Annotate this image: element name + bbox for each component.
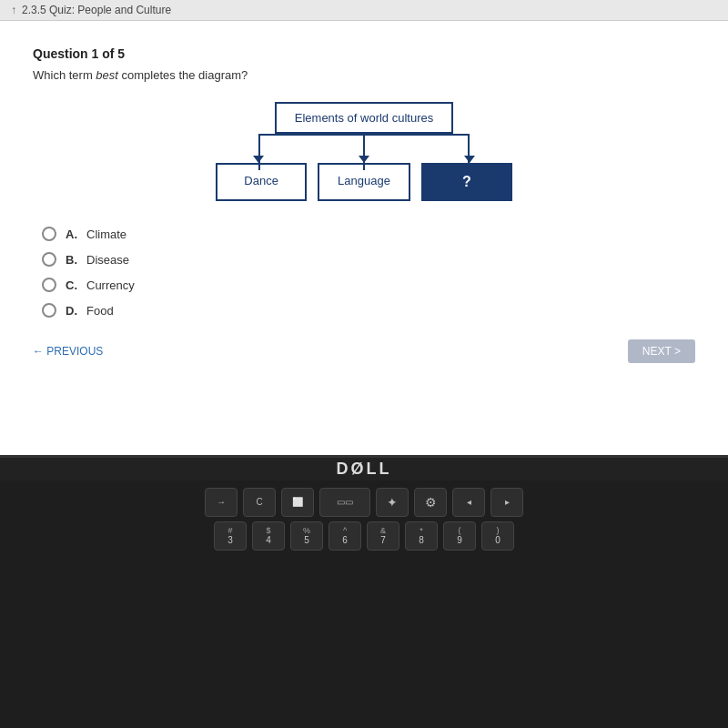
text-d: Food	[86, 304, 114, 318]
diagram-arrows	[218, 150, 510, 163]
text-a: Climate	[86, 228, 126, 241]
text-c: Currency	[86, 278, 135, 292]
next-button[interactable]: NEXT >	[628, 339, 695, 363]
quiz-content: Question 1 of 5 Which term best complete…	[0, 21, 728, 464]
option-b[interactable]: B. Disease	[42, 252, 695, 267]
radio-d[interactable]	[42, 303, 56, 318]
keyboard-row-1: → C ⬜ ▭▭ ✦ ⚙ ◂ ▸	[18, 488, 710, 517]
back-icon: ↑	[11, 4, 16, 16]
question-text-italic: best	[96, 68, 118, 82]
key-gear[interactable]: ⚙	[414, 488, 447, 517]
key-4[interactable]: $4	[252, 521, 285, 551]
laptop-brand-bar: DØLL	[0, 455, 728, 480]
diagram-box-question: ?	[421, 163, 512, 201]
letter-a: A.	[66, 228, 77, 241]
radio-b[interactable]	[42, 252, 56, 267]
radio-a[interactable]	[42, 227, 56, 241]
key-7[interactable]: &7	[367, 521, 399, 551]
letter-c: C.	[66, 278, 77, 292]
option-d[interactable]: D. Food	[42, 303, 695, 318]
answer-options: A. Climate B. Disease C. Currency D. Foo…	[42, 227, 695, 318]
letter-d: D.	[66, 304, 77, 318]
key-9[interactable]: (9	[443, 521, 476, 551]
keyboard-area: → C ⬜ ▭▭ ✦ ⚙ ◂ ▸ #3 $4 %5 ^6 &7 *8 (9 )0	[0, 480, 728, 728]
key-c[interactable]: C	[243, 488, 276, 517]
question-text: Which term best completes the diagram?	[33, 68, 695, 82]
diagram-box-dance: Dance	[216, 163, 307, 201]
key-rect[interactable]: ▭▭	[319, 488, 370, 517]
key-vol-down[interactable]: ◂	[452, 488, 485, 517]
key-6[interactable]: ^6	[329, 521, 361, 551]
diagram-top-box: Elements of world cultures	[275, 102, 453, 134]
option-c[interactable]: C. Currency	[42, 278, 695, 292]
key-tab[interactable]: →	[205, 488, 238, 517]
prev-link[interactable]: ← PREVIOUS	[33, 345, 103, 358]
diagram-connectors	[218, 134, 510, 150]
letter-b: B.	[66, 253, 77, 267]
key-5[interactable]: %5	[290, 521, 323, 551]
key-3[interactable]: #3	[214, 521, 247, 551]
key-8[interactable]: *8	[405, 521, 438, 551]
diagram: Elements of world cultures Dance Languag…	[33, 102, 695, 201]
key-0[interactable]: )0	[481, 521, 514, 551]
question-text-after: completes the diagram?	[118, 68, 248, 82]
screen: ↑ 2.3.5 Quiz: People and Culture Questio…	[0, 0, 728, 464]
top-bar: ↑ 2.3.5 Quiz: People and Culture	[0, 0, 728, 21]
laptop-body: DØLL → C ⬜ ▭▭ ✦ ⚙ ◂ ▸ #3 $4 %5 ^6 &7 *8 …	[0, 455, 728, 728]
key-square[interactable]: ⬜	[281, 488, 314, 517]
radio-c[interactable]	[42, 278, 56, 292]
keyboard-row-2: #3 $4 %5 ^6 &7 *8 (9 )0	[18, 521, 710, 551]
key-star1[interactable]: ✦	[376, 488, 409, 517]
text-b: Disease	[86, 253, 129, 267]
option-a[interactable]: A. Climate	[42, 227, 695, 241]
nav-row: ← PREVIOUS NEXT >	[33, 339, 695, 363]
question-text-before: Which term	[33, 68, 96, 82]
dell-logo: DØLL	[337, 460, 392, 479]
key-vol-up[interactable]: ▸	[490, 488, 523, 517]
question-label: Question 1 of 5	[33, 46, 695, 61]
breadcrumb: 2.3.5 Quiz: People and Culture	[22, 4, 171, 16]
